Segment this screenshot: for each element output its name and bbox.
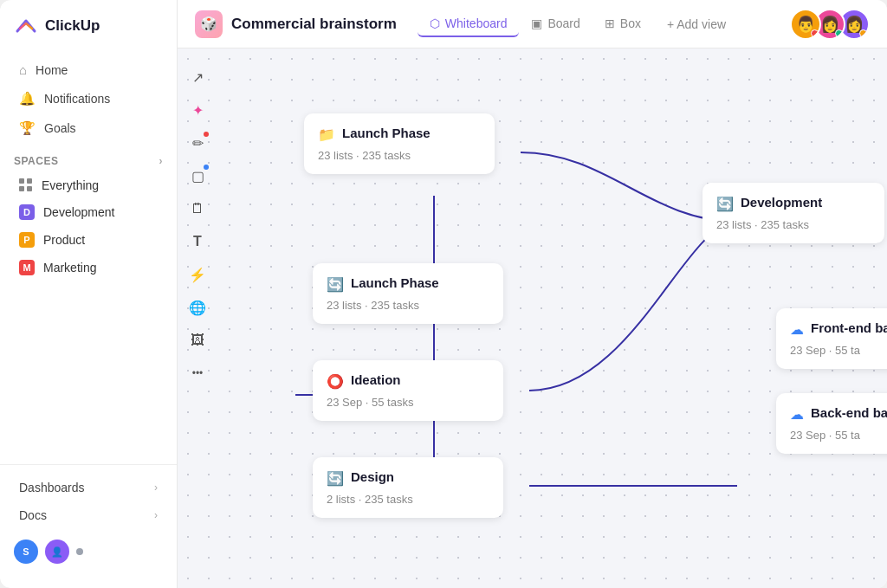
sidebar: ClickUp ⌂ Home 🔔 Notifications 🏆 Goals S… xyxy=(0,0,178,588)
card-title: Development xyxy=(741,195,822,210)
whiteboard-tab-label: Whiteboard xyxy=(445,16,508,30)
sidebar-item-marketing[interactable]: M Marketing xyxy=(5,254,172,281)
paint-tool[interactable]: ✦ xyxy=(183,95,212,125)
box-tab-icon: ⊞ xyxy=(605,16,615,30)
text-tool[interactable]: T xyxy=(183,227,212,256)
breadcrumb-icon: 🎲 xyxy=(195,10,223,38)
card-meta: 23 Sep · 55 ta xyxy=(790,429,887,442)
status-indicator xyxy=(76,548,83,555)
everything-item[interactable]: Everything xyxy=(5,172,172,198)
add-view-button[interactable]: + Add view xyxy=(657,12,736,36)
dashboards-label: Dashboards xyxy=(19,481,85,494)
pen-tool[interactable]: ✏ xyxy=(183,128,212,158)
logo: ClickUp xyxy=(0,14,177,55)
globe-tool[interactable]: 🌐 xyxy=(183,293,212,322)
card-launch-phase-top[interactable]: 📁 Launch Phase 23 lists · 235 tasks xyxy=(304,113,495,174)
pen-dot xyxy=(204,132,209,137)
dashboards-chevron-icon: › xyxy=(154,481,158,494)
card-meta: 23 lists · 235 tasks xyxy=(327,299,489,312)
canvas-area: 📁 Launch Phase 23 lists · 235 tasks 🔄 De… xyxy=(217,48,887,588)
dashboards-section[interactable]: Dashboards › xyxy=(5,474,172,501)
home-icon: ⌂ xyxy=(19,62,27,77)
nav-home[interactable]: ⌂ Home xyxy=(5,55,172,84)
clickup-logo-icon xyxy=(14,14,38,38)
marketing-label: Marketing xyxy=(43,261,96,275)
card-header: ⭕ Ideation xyxy=(327,372,489,391)
header-avatars: 👨 👩 👩 xyxy=(797,9,870,40)
sync-icon: 🔄 xyxy=(716,196,734,212)
user-avatar-s[interactable]: S xyxy=(14,540,38,564)
nav-notifications-label: Notifications xyxy=(44,92,110,106)
card-header: 🔄 Development xyxy=(716,195,871,213)
spaces-label: Spaces xyxy=(14,155,58,167)
bell-icon: 🔔 xyxy=(19,91,36,107)
sidebar-item-development[interactable]: D Development xyxy=(5,198,172,226)
card-ideation[interactable]: ⭕ Ideation 23 Sep · 55 tasks xyxy=(313,360,503,421)
whiteboard-tab-icon: ⬡ xyxy=(430,16,440,30)
rect-dot xyxy=(204,165,209,170)
image-tool[interactable]: 🖼 xyxy=(183,326,212,355)
nav-goals[interactable]: 🏆 Goals xyxy=(5,113,172,143)
docs-chevron-icon: › xyxy=(154,509,158,521)
board-tab-label: Board xyxy=(547,16,579,30)
docs-label: Docs xyxy=(19,508,47,522)
grid-icon xyxy=(19,178,33,192)
card-header: 🔄 Design xyxy=(327,469,489,488)
card-development[interactable]: 🔄 Development 23 lists · 235 tasks xyxy=(702,183,884,243)
card-meta: 23 lists · 235 tasks xyxy=(716,218,871,231)
card-title: Ideation xyxy=(351,372,401,387)
whiteboard-canvas[interactable]: ↗ ✦ ✏ ▢ 🗒 T ⚡ 🌐 🖼 ••• xyxy=(178,48,887,588)
tab-box[interactable]: ⊞ Box xyxy=(592,11,653,37)
logo-text: ClickUp xyxy=(45,17,100,35)
board-tab-icon: ▣ xyxy=(531,16,542,30)
card-meta: 23 Sep · 55 ta xyxy=(790,344,887,357)
development-label: Development xyxy=(43,205,115,219)
card-frontend[interactable]: ☁ Front-end ba 23 Sep · 55 ta xyxy=(776,308,887,369)
card-launch-phase-mid[interactable]: 🔄 Launch Phase 23 lists · 235 tasks xyxy=(313,263,503,324)
card-header: 📁 Launch Phase xyxy=(318,126,481,144)
sidebar-footer: S 👤 xyxy=(0,529,177,574)
nav-goals-label: Goals xyxy=(44,121,76,135)
connector-tool[interactable]: ⚡ xyxy=(183,260,212,289)
everything-label: Everything xyxy=(42,178,99,192)
card-title: Back-end ba xyxy=(811,405,887,420)
spaces-section-header: Spaces › xyxy=(0,143,177,172)
cursor-tool[interactable]: ↗ xyxy=(183,62,212,92)
tab-whiteboard[interactable]: ⬡ Whiteboard xyxy=(418,11,520,37)
more-tools-button[interactable]: ••• xyxy=(183,359,212,388)
box-tab-label: Box xyxy=(620,16,641,30)
main-content: 🎲 Commercial brainstorm ⬡ Whiteboard ▣ B… xyxy=(178,0,887,588)
product-label: Product xyxy=(43,233,85,247)
cloud-icon: ☁ xyxy=(790,406,804,423)
card-title: Launch Phase xyxy=(342,126,431,140)
circle-icon: ⭕ xyxy=(327,373,344,390)
spaces-chevron-icon[interactable]: › xyxy=(159,155,164,167)
cloud-icon: ☁ xyxy=(790,321,804,338)
card-title: Front-end ba xyxy=(811,320,887,335)
card-design[interactable]: 🔄 Design 2 lists · 235 tasks xyxy=(313,457,503,518)
docs-section[interactable]: Docs › xyxy=(5,501,172,529)
development-dot: D xyxy=(19,204,35,220)
folder-icon: 📁 xyxy=(318,126,335,143)
page-title: Commercial brainstorm xyxy=(231,16,397,33)
sidebar-bottom: Dashboards › Docs › xyxy=(0,464,177,529)
card-header: 🔄 Launch Phase xyxy=(327,275,489,294)
sidebar-item-product[interactable]: P Product xyxy=(5,226,172,254)
card-meta: 23 Sep · 55 tasks xyxy=(327,396,489,409)
tab-board[interactable]: ▣ Board xyxy=(519,11,592,37)
header: 🎲 Commercial brainstorm ⬡ Whiteboard ▣ B… xyxy=(178,0,887,48)
nav-home-label: Home xyxy=(36,63,68,77)
card-meta: 2 lists · 235 tasks xyxy=(327,493,489,506)
user-avatar-me[interactable]: 👤 xyxy=(45,540,69,564)
card-title: Launch Phase xyxy=(351,275,439,290)
sticky-tool[interactable]: 🗒 xyxy=(183,194,212,223)
sync-icon: 🔄 xyxy=(327,470,344,487)
card-backend[interactable]: ☁ Back-end ba 23 Sep · 55 ta xyxy=(776,393,887,454)
goals-icon: 🏆 xyxy=(19,120,36,136)
whiteboard-toolbar: ↗ ✦ ✏ ▢ 🗒 T ⚡ 🌐 🖼 ••• xyxy=(178,48,217,588)
collaborator-avatar-1[interactable]: 👨 xyxy=(790,9,821,40)
card-header: ☁ Front-end ba xyxy=(790,320,887,339)
rect-tool[interactable]: ▢ xyxy=(183,161,212,191)
card-header: ☁ Back-end ba xyxy=(790,405,887,423)
nav-notifications[interactable]: 🔔 Notifications xyxy=(5,84,172,113)
